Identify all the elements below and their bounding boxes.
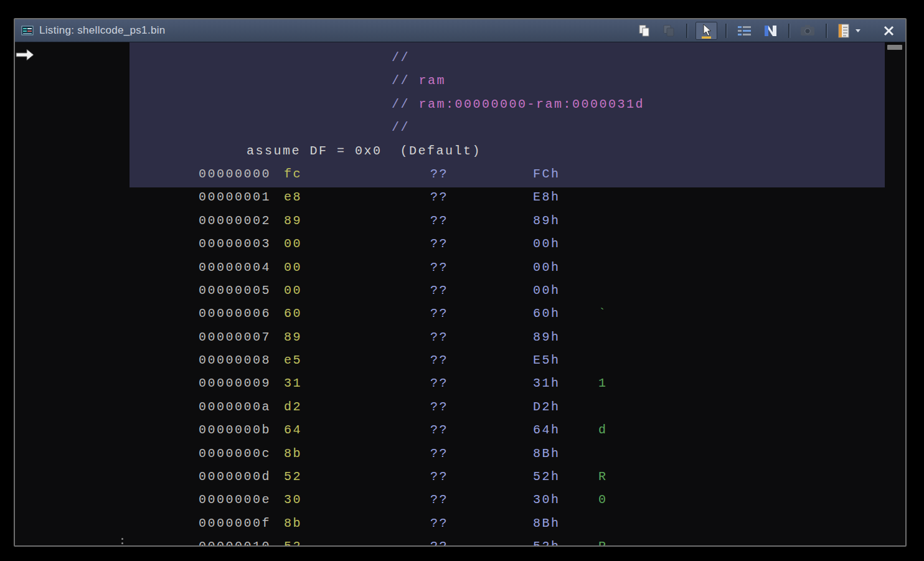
bytes-field[interactable]: 00 [284,279,302,302]
bytes-field[interactable]: fc [284,163,302,186]
listing-row[interactable]: 00000000fc??FCh [130,163,885,186]
bytes-field[interactable]: 30 [284,488,302,511]
listing-row[interactable]: 0000000ad2??D2h [130,395,885,418]
scrollbar-thumb[interactable] [887,45,902,50]
operand-field[interactable]: FCh [533,163,560,186]
listing-row[interactable]: 0000000289??89h [130,209,885,232]
address-field[interactable]: 0000000d [199,465,271,488]
address-field[interactable]: 00000010 [199,535,271,545]
mnemonic-field[interactable]: ?? [430,209,448,232]
mnemonic-field[interactable]: ?? [430,186,448,209]
operand-field[interactable]: 60h [533,302,560,325]
cursor-highlight-button[interactable] [695,22,717,40]
listing-row[interactable]: 0000000789??89h [130,326,885,349]
bytes-field[interactable]: 64 [284,418,302,441]
copy-button[interactable] [636,22,654,39]
bytes-field[interactable]: 52 [284,535,302,545]
address-field[interactable]: 00000003 [199,232,271,255]
listing-row[interactable]: 0000000660??60h` [130,302,885,325]
edit-fields-button[interactable] [735,22,755,39]
bytes-field[interactable]: e8 [284,186,302,209]
address-field[interactable]: 00000006 [199,302,271,325]
mnemonic-field[interactable]: ?? [430,302,448,325]
comment-row[interactable]: // ram [130,69,885,92]
mnemonic-field[interactable]: ?? [430,372,448,395]
mnemonic-field[interactable]: ?? [430,256,448,279]
mnemonic-field[interactable]: ?? [430,163,448,186]
operand-field[interactable]: 00h [533,232,560,255]
listing-content[interactable]: //// ram// ram:00000000-ram:0000031d//as… [15,42,905,545]
address-field[interactable]: 00000007 [199,326,271,349]
margins-button[interactable] [835,22,853,40]
mnemonic-field[interactable]: ?? [430,418,448,441]
listing-row[interactable]: 0000000c8b??8Bh [130,442,885,465]
snapshot-button[interactable] [798,22,818,39]
ascii-field[interactable]: 1 [598,372,608,395]
bytes-field[interactable]: 52 [284,465,302,488]
listing-row[interactable]: 0000000300??00h [130,232,885,255]
mnemonic-field[interactable]: ?? [430,349,448,372]
mnemonic-field[interactable]: ?? [430,512,448,535]
operand-field[interactable]: 30h [533,488,560,511]
titlebar[interactable]: Listing: shellcode_ps1.bin [15,19,905,42]
address-field[interactable]: 00000004 [199,256,271,279]
address-field[interactable]: 0000000e [199,488,271,511]
listing-row[interactable]: 0000001052??52hR [130,535,885,545]
ascii-field[interactable]: 0 [598,488,608,511]
margins-dropdown-button[interactable] [854,27,864,35]
operand-field[interactable]: 8Bh [533,512,560,535]
assume-row[interactable]: assume DF = 0x0 (Default) [130,139,885,163]
bytes-field[interactable]: 00 [284,232,302,255]
listing-row[interactable]: 0000000400??00h [130,256,885,279]
mnemonic-field[interactable]: ?? [430,465,448,488]
comment-row[interactable]: // [130,46,885,69]
comment-row[interactable]: // ram:00000000-ram:0000031d [130,93,885,116]
mnemonic-field[interactable]: ?? [430,488,448,511]
listing-row[interactable]: 0000000d52??52hR [130,465,885,488]
mnemonic-field[interactable]: ?? [430,535,448,545]
paste-button[interactable] [660,22,678,39]
operand-field[interactable]: 64h [533,418,560,441]
operand-field[interactable]: 8Bh [533,442,560,465]
mnemonic-field[interactable]: ?? [430,326,448,349]
bytes-field[interactable]: 8b [284,442,302,465]
mnemonic-field[interactable]: ?? [430,232,448,255]
operand-field[interactable]: 00h [533,279,560,302]
address-field[interactable]: 00000009 [199,372,271,395]
bytes-field[interactable]: 00 [284,256,302,279]
vertical-scrollbar[interactable] [885,42,905,545]
bytes-field[interactable]: 60 [284,302,302,325]
listing-row[interactable]: 00000001e8??E8h [130,186,885,209]
address-field[interactable]: 00000005 [199,279,271,302]
address-field[interactable]: 00000001 [199,186,271,209]
bytes-field[interactable]: 89 [284,326,302,349]
operand-field[interactable]: 89h [533,326,560,349]
mnemonic-field[interactable]: ?? [430,395,448,418]
close-button[interactable] [880,22,898,39]
address-field[interactable]: 0000000a [199,395,271,418]
address-field[interactable]: 0000000b [199,418,271,441]
ascii-field[interactable]: R [598,465,608,488]
ascii-field[interactable]: ` [598,302,608,325]
address-field[interactable]: 00000008 [199,349,271,372]
bytes-field[interactable]: 31 [284,372,302,395]
listing-row[interactable]: 00000008e5??E5h [130,349,885,372]
mnemonic-field[interactable]: ?? [430,279,448,302]
ascii-field[interactable]: R [598,535,608,545]
operand-field[interactable]: 52h [533,535,560,545]
diff-button[interactable] [761,22,780,39]
address-field[interactable]: 00000002 [199,209,271,232]
operand-field[interactable]: E5h [533,349,560,372]
mnemonic-field[interactable]: ?? [430,442,448,465]
ascii-field[interactable]: d [598,418,608,441]
listing-row[interactable]: 0000000b64??64hd [130,418,885,441]
operand-field[interactable]: 52h [533,465,560,488]
address-field[interactable]: 0000000c [199,442,271,465]
listing-row[interactable]: 0000000f8b??8Bh [130,512,885,535]
address-field[interactable]: 0000000f [199,512,271,535]
operand-field[interactable]: 89h [533,209,560,232]
bytes-field[interactable]: 8b [284,512,302,535]
bytes-field[interactable]: e5 [284,349,302,372]
operand-field[interactable]: E8h [533,186,560,209]
address-field[interactable]: 00000000 [199,163,271,186]
